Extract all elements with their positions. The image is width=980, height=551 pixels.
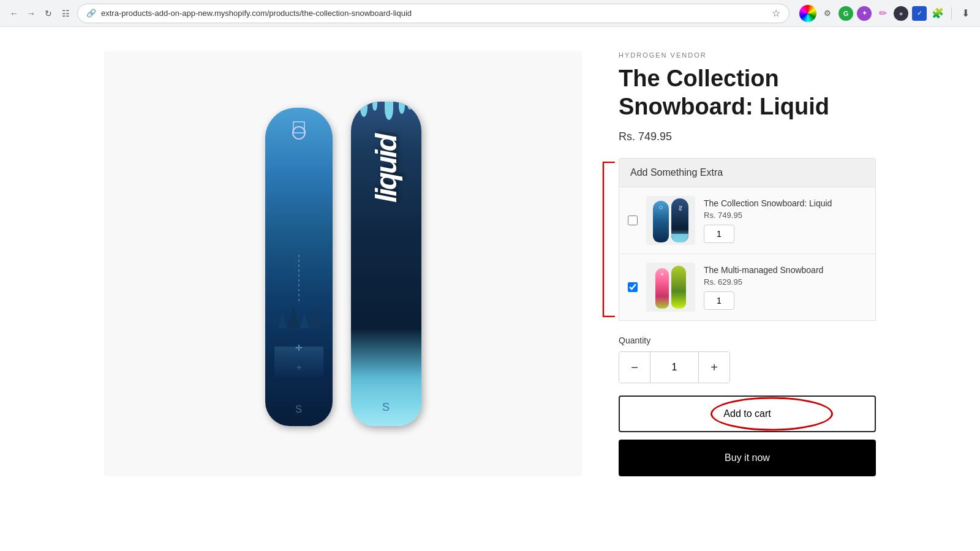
snowboard-liquid-image: ✛ ✛ S bbox=[265, 108, 333, 426]
quantity-section: Quantity − 1 + bbox=[619, 335, 876, 383]
product-image-area: ✛ ✛ S liquid S bbox=[104, 51, 582, 476]
chrome-colorwheel-icon[interactable] bbox=[799, 5, 816, 22]
extra-item-1-info: The Collection Snowboard: Liquid Rs. 749… bbox=[704, 198, 867, 243]
quantity-increase-button[interactable]: + bbox=[699, 352, 729, 383]
mini-snowboard-pair-2 bbox=[655, 266, 686, 309]
drip-3 bbox=[385, 102, 393, 120]
mini-sb-dark-1: liq bbox=[671, 198, 688, 242]
extra-item-1-price: Rs. 749.95 bbox=[704, 211, 867, 220]
download-icon[interactable]: ⬇ bbox=[958, 6, 973, 21]
buy-now-button[interactable]: Buy it now bbox=[619, 440, 876, 476]
drip-4 bbox=[399, 102, 405, 114]
extra-item-1: liq The Collection Snowboard: Liquid Rs.… bbox=[619, 187, 875, 254]
mini-sb-green-1 bbox=[671, 266, 686, 309]
ext-green-icon[interactable]: G bbox=[839, 6, 853, 21]
browser-nav: ← → ↻ ☷ bbox=[7, 7, 72, 20]
quantity-display: 1 bbox=[650, 352, 699, 383]
snowboard-liquid-variant-image: liquid S bbox=[351, 102, 421, 426]
extra-item-1-name: The Collection Snowboard: Liquid bbox=[704, 198, 867, 208]
extra-items-list: liq The Collection Snowboard: Liquid Rs.… bbox=[619, 187, 876, 321]
liquid-text: liquid bbox=[369, 135, 403, 203]
product-title: The Collection Snowboard: Liquid bbox=[619, 65, 876, 121]
address-bar[interactable]: 🔗 extra-products-add-on-app-new.myshopif… bbox=[77, 4, 790, 23]
url-text: extra-products-add-on-app-new.myshopify.… bbox=[101, 9, 767, 18]
quantity-control: − 1 + bbox=[619, 351, 730, 383]
mini-sb-blue-1 bbox=[653, 201, 669, 242]
ext-blue-icon[interactable]: ✓ bbox=[912, 6, 927, 21]
extra-item-1-qty[interactable] bbox=[704, 225, 734, 243]
extra-item-2-price: Rs. 629.95 bbox=[704, 277, 867, 287]
product-price: Rs. 749.95 bbox=[619, 130, 876, 143]
extra-item-2-name: The Multi-managed Snowboard bbox=[704, 265, 867, 275]
drip-2 bbox=[372, 102, 377, 111]
extra-item-2-qty[interactable] bbox=[704, 291, 734, 310]
add-extra-header: Add Something Extra bbox=[619, 158, 876, 187]
vendor-label: HYDROGEN VENDOR bbox=[619, 51, 876, 59]
extra-item-2: The Multi-managed Snowboard Rs. 629.95 bbox=[619, 254, 875, 320]
browser-extensions: ⚙ G ✦ ✏ ● ✓ 🧩 ⬇ bbox=[799, 5, 973, 22]
extra-item-1-checkbox[interactable] bbox=[628, 216, 638, 225]
mini-snowboard-pair-1: liq bbox=[653, 198, 688, 242]
settings-icon[interactable]: ⚙ bbox=[820, 6, 835, 21]
add-to-cart-button[interactable]: Add to cart bbox=[619, 395, 876, 432]
nav-forward-button[interactable]: → bbox=[24, 7, 38, 20]
product-details: HYDROGEN VENDOR The Collection Snowboard… bbox=[619, 51, 876, 476]
ext-purple-icon[interactable]: ✦ bbox=[857, 6, 872, 21]
mini-sb-pink-1 bbox=[655, 268, 669, 309]
extra-item-2-image bbox=[646, 263, 695, 312]
ext-puzzle-icon[interactable]: 🧩 bbox=[930, 6, 945, 21]
extra-item-1-image: liq bbox=[646, 196, 695, 245]
add-extra-section: Add Something Extra liq bbox=[619, 158, 876, 321]
ext-dark-icon[interactable]: ● bbox=[894, 6, 908, 21]
extra-item-2-info: The Multi-managed Snowboard Rs. 629.95 bbox=[704, 265, 867, 310]
quantity-label: Quantity bbox=[619, 335, 876, 345]
buy-now-label: Buy it now bbox=[725, 452, 770, 463]
quantity-decrease-button[interactable]: − bbox=[619, 352, 650, 383]
nav-home-button[interactable]: ☷ bbox=[59, 7, 72, 20]
extra-item-2-checkbox[interactable] bbox=[628, 282, 638, 292]
add-to-cart-label: Add to cart bbox=[723, 408, 771, 419]
divider bbox=[951, 7, 952, 20]
add-to-cart-container: Add to cart bbox=[619, 395, 876, 440]
snowboard-display: ✛ ✛ S liquid S bbox=[228, 77, 458, 451]
nav-refresh-button[interactable]: ↻ bbox=[42, 7, 55, 20]
ext-pen-icon[interactable]: ✏ bbox=[875, 6, 890, 21]
page-container: ✛ ✛ S liquid S HYDROG bbox=[92, 27, 888, 501]
nav-back-button[interactable]: ← bbox=[7, 7, 21, 20]
red-bracket-annotation bbox=[597, 158, 619, 321]
drip-5 bbox=[407, 102, 412, 110]
bookmark-icon[interactable]: ☆ bbox=[772, 7, 780, 19]
browser-chrome: ← → ↻ ☷ 🔗 extra-products-add-on-app-new.… bbox=[0, 0, 980, 27]
drip-1 bbox=[360, 102, 368, 117]
